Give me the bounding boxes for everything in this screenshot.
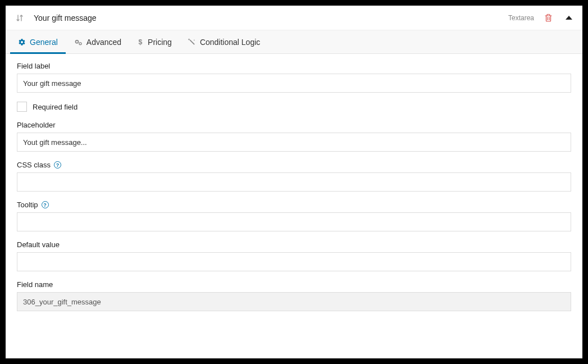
- delete-button[interactable]: [543, 13, 553, 23]
- collapse-toggle[interactable]: [566, 16, 572, 20]
- field-label-label: Field label: [17, 62, 571, 70]
- panel-header: Your gift message Textarea: [6, 6, 582, 30]
- default-value-label: Default value: [17, 240, 571, 249]
- tab-conditional-logic[interactable]: Conditional Logic: [180, 30, 268, 53]
- tab-general[interactable]: General: [10, 30, 66, 53]
- tooltip-row: Tooltip ?: [17, 201, 571, 231]
- required-row: Required field: [17, 102, 571, 112]
- tabs-bar: General Advanced $ Pricing Conditional L…: [6, 30, 582, 54]
- tooltip-input[interactable]: [17, 212, 571, 231]
- tab-label: Conditional Logic: [200, 38, 260, 47]
- field-name-input: [17, 292, 571, 311]
- form-body: Field label Required field Placeholder C…: [6, 54, 582, 331]
- required-checkbox[interactable]: [17, 102, 27, 112]
- default-value-row: Default value: [17, 240, 571, 271]
- tab-pricing[interactable]: $ Pricing: [129, 30, 180, 53]
- required-label: Required field: [33, 103, 78, 111]
- placeholder-input[interactable]: [17, 133, 571, 152]
- tooltip-label: Tooltip ?: [17, 201, 571, 209]
- field-type-badge: Textarea: [508, 14, 534, 22]
- field-label-row: Field label: [17, 62, 571, 93]
- field-name-label: Field name: [17, 280, 571, 289]
- help-icon[interactable]: ?: [42, 201, 49, 208]
- help-icon[interactable]: ?: [54, 161, 61, 169]
- tab-label: Pricing: [148, 38, 172, 47]
- field-label-input[interactable]: [17, 74, 571, 93]
- field-name-row: Field name: [17, 280, 571, 311]
- placeholder-label: Placeholder: [17, 121, 571, 129]
- wand-icon: [188, 38, 196, 46]
- trash-icon: [544, 13, 553, 22]
- tab-advanced[interactable]: Advanced: [66, 30, 129, 53]
- panel-title: Your gift message: [34, 13, 508, 22]
- default-value-input[interactable]: [17, 252, 571, 271]
- tab-label: General: [30, 38, 58, 47]
- field-settings-panel: Your gift message Textarea General Advan…: [6, 6, 582, 358]
- placeholder-row: Placeholder: [17, 121, 571, 152]
- css-class-row: CSS class ?: [17, 161, 571, 192]
- css-class-input[interactable]: [17, 172, 571, 192]
- tab-label: Advanced: [86, 38, 121, 47]
- svg-text:$: $: [139, 38, 143, 46]
- gears-icon: [74, 38, 83, 46]
- css-class-label: CSS class ?: [17, 161, 571, 169]
- gear-icon: [18, 38, 26, 46]
- drag-handle-icon[interactable]: [16, 14, 28, 22]
- dollar-icon: $: [137, 38, 144, 46]
